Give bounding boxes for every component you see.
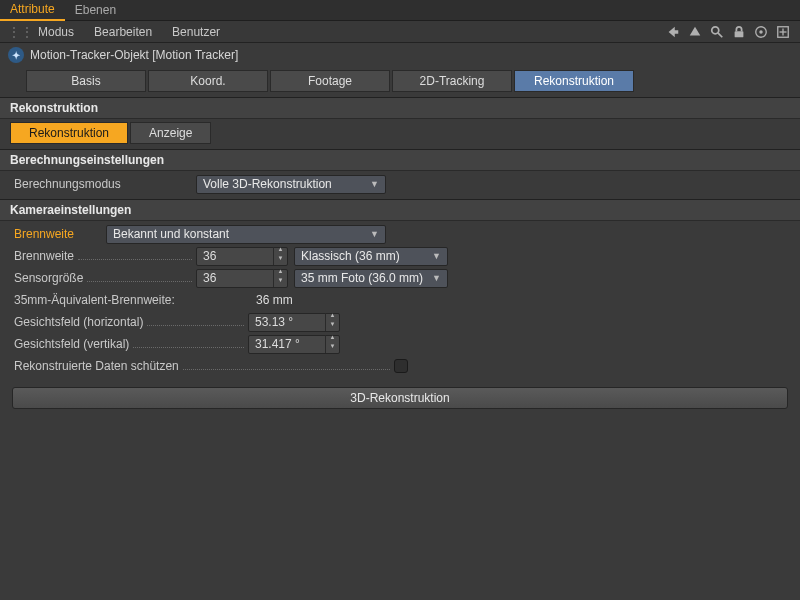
row-protect-data: Rekonstruierte Daten schützen <box>0 355 800 377</box>
row-brennweite: Brennweite ▲▼ Klassisch (36 mm) ▼ <box>0 245 800 267</box>
tab-2d-tracking[interactable]: 2D-Tracking <box>392 70 512 92</box>
row-sensorgroesse: Sensorgröße ▲▼ 35 mm Foto (36.0 mm) ▼ <box>0 267 800 289</box>
svg-point-4 <box>759 30 763 34</box>
menu-bar: ⋮⋮ Modus Bearbeiten Benutzer <box>0 21 800 43</box>
dropdown-brennweite-mode[interactable]: Bekannt und konstant ▼ <box>106 225 386 244</box>
label-berechnungsmodus: Berechnungsmodus <box>14 177 121 191</box>
attribute-tab-bar: Basis Koord. Footage 2D-Tracking Rekonst… <box>0 67 800 95</box>
dropdown-sensor-preset-value: 35 mm Foto (36.0 mm) <box>301 271 423 285</box>
input-fov-vertical-field[interactable] <box>249 337 325 351</box>
menu-benutzer[interactable]: Benutzer <box>162 25 230 39</box>
row-35mm-equiv: 35mm-Äquivalent-Brennweite: 36 mm <box>0 289 800 311</box>
spinner-down-icon[interactable]: ▼ <box>326 322 339 331</box>
row-fov-horizontal: Gesichtsfeld (horizontal) ▲▼ <box>0 311 800 333</box>
target-icon[interactable] <box>752 23 770 41</box>
input-sensorgroesse-field[interactable] <box>197 271 273 285</box>
chevron-down-icon: ▼ <box>370 229 379 239</box>
spinner-down-icon[interactable]: ▼ <box>326 344 339 353</box>
new-element-icon[interactable] <box>774 23 792 41</box>
spinner-down-icon[interactable]: ▼ <box>274 278 287 287</box>
subtab-rekonstruktion[interactable]: Rekonstruktion <box>10 122 128 144</box>
tab-rekonstruktion[interactable]: Rekonstruktion <box>514 70 634 92</box>
checkbox-protect-data[interactable] <box>394 359 408 373</box>
input-fov-horizontal-field[interactable] <box>249 315 325 329</box>
panel-tab-bar: Attribute Ebenen <box>0 0 800 21</box>
dropdown-sensor-preset[interactable]: 35 mm Foto (36.0 mm) ▼ <box>294 269 448 288</box>
tab-footage[interactable]: Footage <box>270 70 390 92</box>
tab-ebenen[interactable]: Ebenen <box>65 0 126 20</box>
menu-modus[interactable]: Modus <box>28 25 84 39</box>
label-brennweite: Brennweite <box>14 249 74 263</box>
label-sensorgroesse: Sensorgröße <box>14 271 83 285</box>
value-35mm-equiv: 36 mm <box>252 293 293 307</box>
chevron-down-icon: ▼ <box>432 251 441 261</box>
svg-rect-2 <box>735 31 744 37</box>
grip-icon: ⋮⋮ <box>8 25 22 39</box>
label-fov-horizontal: Gesichtsfeld (horizontal) <box>14 315 143 329</box>
menu-bearbeiten[interactable]: Bearbeiten <box>84 25 162 39</box>
label-35mm-equiv: 35mm-Äquivalent-Brennweite: <box>14 293 175 307</box>
label-protect-data: Rekonstruierte Daten schützen <box>14 359 179 373</box>
row-berechnungsmodus: Berechnungsmodus Volle 3D-Rekonstruktion… <box>0 173 800 195</box>
tab-basis[interactable]: Basis <box>26 70 146 92</box>
lock-icon[interactable] <box>730 23 748 41</box>
chevron-down-icon: ▼ <box>432 273 441 283</box>
tab-koord[interactable]: Koord. <box>148 70 268 92</box>
section-kamera: Kameraeinstellungen <box>0 199 800 221</box>
section-berechnung: Berechnungseinstellungen <box>0 149 800 171</box>
tab-attribute[interactable]: Attribute <box>0 0 65 21</box>
svg-point-0 <box>712 26 719 33</box>
nav-back-icon[interactable] <box>664 23 682 41</box>
dropdown-brennweite-preset[interactable]: Klassisch (36 mm) ▼ <box>294 247 448 266</box>
subtab-anzeige[interactable]: Anzeige <box>130 122 211 144</box>
nav-up-icon[interactable] <box>686 23 704 41</box>
sub-tab-bar: Rekonstruktion Anzeige <box>0 119 800 147</box>
object-header: ✦ Motion-Tracker-Objekt [Motion Tracker] <box>0 43 800 67</box>
dropdown-berechnungsmodus[interactable]: Volle 3D-Rekonstruktion ▼ <box>196 175 386 194</box>
svg-line-1 <box>718 32 722 36</box>
motion-tracker-icon: ✦ <box>8 47 24 63</box>
spinner-down-icon[interactable]: ▼ <box>274 256 287 265</box>
row-fov-vertical: Gesichtsfeld (vertikal) ▲▼ <box>0 333 800 355</box>
row-brennweite-mode: Brennweite Bekannt und konstant ▼ <box>0 223 800 245</box>
dropdown-brennweite-preset-value: Klassisch (36 mm) <box>301 249 400 263</box>
label-brennweite-mode: Brennweite <box>14 227 74 241</box>
dropdown-berechnungsmodus-value: Volle 3D-Rekonstruktion <box>203 177 332 191</box>
input-fov-vertical[interactable]: ▲▼ <box>248 335 340 354</box>
dropdown-brennweite-mode-value: Bekannt und konstant <box>113 227 229 241</box>
chevron-down-icon: ▼ <box>370 179 379 189</box>
object-title: Motion-Tracker-Objekt [Motion Tracker] <box>30 48 238 62</box>
section-rekonstruktion: Rekonstruktion <box>0 97 800 119</box>
button-3d-rekonstruktion[interactable]: 3D-Rekonstruktion <box>12 387 788 409</box>
input-sensorgroesse[interactable]: ▲▼ <box>196 269 288 288</box>
label-fov-vertical: Gesichtsfeld (vertikal) <box>14 337 129 351</box>
search-icon[interactable] <box>708 23 726 41</box>
input-brennweite[interactable]: ▲▼ <box>196 247 288 266</box>
input-fov-horizontal[interactable]: ▲▼ <box>248 313 340 332</box>
input-brennweite-field[interactable] <box>197 249 273 263</box>
